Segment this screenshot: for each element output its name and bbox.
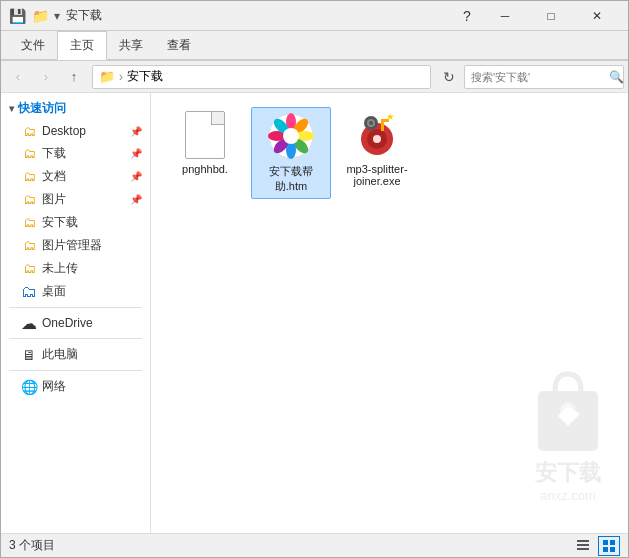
tab-home[interactable]: 主页 — [57, 31, 107, 60]
breadcrumb-current: 安下载 — [127, 68, 163, 85]
sidebar-item-label: 网络 — [42, 378, 66, 395]
sidebar-divider-3 — [9, 370, 142, 371]
tab-share[interactable]: 共享 — [107, 31, 155, 59]
sidebar-item-label: 下载 — [42, 145, 66, 162]
details-view-button[interactable] — [572, 536, 594, 556]
search-input[interactable] — [471, 71, 609, 83]
large-icons-view-button[interactable] — [598, 536, 620, 556]
svg-rect-16 — [381, 119, 389, 122]
status-count: 3 个项目 — [9, 537, 55, 554]
folder-icon: 🗂 — [21, 169, 37, 185]
watermark-text-cn: 安下载 — [535, 458, 601, 488]
sidebar-item-thispc[interactable]: 🖥 此电脑 — [1, 343, 150, 366]
breadcrumb-arrow: › — [119, 70, 123, 84]
refresh-button[interactable]: ↻ — [436, 65, 462, 89]
svg-point-14 — [373, 135, 381, 143]
back-button[interactable]: ‹ — [5, 65, 31, 89]
maximize-button[interactable]: □ — [528, 1, 574, 31]
quick-access-label: 快速访问 — [18, 100, 66, 117]
sidebar-item-label: 图片管理器 — [42, 237, 102, 254]
tab-view[interactable]: 查看 — [155, 31, 203, 59]
main-area: ▾ 快速访问 🗂 Desktop 📌 🗂 下载 📌 🗂 文档 📌 🗂 图片 — [1, 93, 628, 533]
sidebar-item-notupload[interactable]: 🗂 未上传 — [1, 257, 150, 280]
address-toolbar: ‹ › ↑ 📁 › 安下载 ↻ 🔍 — [1, 61, 628, 93]
sidebar-item-network[interactable]: 🌐 网络 — [1, 375, 150, 398]
onedrive-icon: ☁ — [21, 315, 37, 331]
window-title: 安下载 — [66, 7, 452, 24]
file-item-mp3splitter[interactable]: mp3-splitter-joiner.exe — [337, 107, 417, 199]
title-bar-controls: ? ─ □ ✕ — [452, 1, 620, 31]
svg-rect-24 — [603, 540, 608, 545]
status-bar: 3 个项目 — [1, 533, 628, 557]
sidebar-item-label: 未上传 — [42, 260, 78, 277]
sidebar-item-label: 此电脑 — [42, 346, 78, 363]
new-folder-icon: 📁 — [32, 8, 49, 24]
breadcrumb-folder-icon: 📁 — [99, 69, 115, 84]
sidebar-item-onedrive[interactable]: ☁ OneDrive — [1, 312, 150, 334]
sidebar-item-pictures[interactable]: 🗂 图片 📌 — [1, 188, 150, 211]
file-label: mp3-splitter-joiner.exe — [341, 163, 413, 187]
forward-button[interactable]: › — [33, 65, 59, 89]
file-icon-htm — [267, 112, 315, 160]
folder-icon: 🗂 — [21, 146, 37, 162]
folder-icon: 🗂 — [21, 284, 37, 300]
pin-icon: 📌 — [130, 148, 142, 159]
search-bar[interactable]: 🔍 — [464, 65, 624, 89]
watermark-text-en: anxz.com — [540, 488, 596, 503]
file-item-help-htm[interactable]: 安下载帮助.htm — [251, 107, 331, 199]
svg-rect-26 — [603, 547, 608, 552]
sidebar-item-label: OneDrive — [42, 316, 93, 330]
title-bar-icons: 💾 📁 ▾ — [9, 8, 60, 24]
address-bar[interactable]: 📁 › 安下载 — [92, 65, 431, 89]
quick-access-header[interactable]: ▾ 快速访问 — [1, 97, 150, 120]
search-icon: 🔍 — [609, 70, 624, 84]
file-icon-exe — [353, 111, 401, 159]
folder-icon: 🗂 — [21, 261, 37, 277]
svg-rect-22 — [577, 544, 589, 546]
sidebar-item-downloads[interactable]: 🗂 下载 📌 — [1, 142, 150, 165]
file-view[interactable]: 安下载 anxz.com pnghhbd. — [151, 93, 628, 533]
ribbon: 文件 主页 共享 查看 — [1, 31, 628, 61]
file-icon-generic — [181, 111, 229, 159]
folder-icon: 🗂 — [21, 238, 37, 254]
svg-rect-23 — [577, 548, 589, 550]
sidebar-item-label: 桌面 — [42, 283, 66, 300]
svg-rect-25 — [610, 540, 615, 545]
minimize-button[interactable]: ─ — [482, 1, 528, 31]
svg-marker-20 — [387, 113, 394, 119]
pin-icon: 📌 — [130, 171, 142, 182]
tab-file[interactable]: 文件 — [9, 31, 57, 59]
generic-file-shape — [185, 111, 225, 159]
ribbon-tabs: 文件 主页 共享 查看 — [1, 31, 628, 60]
up-button[interactable]: ↑ — [61, 65, 87, 89]
sidebar-item-label: 文档 — [42, 168, 66, 185]
sidebar-item-desktop[interactable]: 🗂 Desktop 📌 — [1, 120, 150, 142]
sidebar-item-desktop2[interactable]: 🗂 桌面 — [1, 280, 150, 303]
help-button[interactable]: ? — [452, 1, 482, 31]
folder-icon: 🗂 — [21, 192, 37, 208]
watermark: 安下载 anxz.com — [528, 366, 608, 503]
watermark-bag — [528, 366, 608, 456]
quick-access-arrow: ▾ — [9, 103, 14, 114]
view-controls — [572, 536, 620, 556]
sidebar-divider-2 — [9, 338, 142, 339]
title-bar: 💾 📁 ▾ 安下载 ? ─ □ ✕ — [1, 1, 628, 31]
sidebar-item-label: 安下载 — [42, 214, 78, 231]
sidebar-item-anxiazai[interactable]: 🗂 安下载 — [1, 211, 150, 234]
svg-rect-21 — [577, 540, 589, 542]
sidebar-divider — [9, 307, 142, 308]
sidebar-item-documents[interactable]: 🗂 文档 📌 — [1, 165, 150, 188]
file-label: 安下载帮助.htm — [256, 164, 326, 194]
file-label: pnghhbd. — [182, 163, 228, 175]
folder-icon: 🗂 — [21, 215, 37, 231]
dropdown-icon[interactable]: ▾ — [54, 9, 60, 23]
sidebar-item-label: 图片 — [42, 191, 66, 208]
sidebar-item-label: Desktop — [42, 124, 86, 138]
save-icon: 💾 — [9, 8, 26, 24]
close-button[interactable]: ✕ — [574, 1, 620, 31]
svg-rect-27 — [610, 547, 615, 552]
sidebar-item-imagemanager[interactable]: 🗂 图片管理器 — [1, 234, 150, 257]
explorer-window: 💾 📁 ▾ 安下载 ? ─ □ ✕ 文件 主页 共享 查看 ‹ › ↑ 📁 › … — [0, 0, 629, 558]
file-grid: pnghhbd. — [161, 103, 618, 203]
file-item-pnghhbd[interactable]: pnghhbd. — [165, 107, 245, 199]
